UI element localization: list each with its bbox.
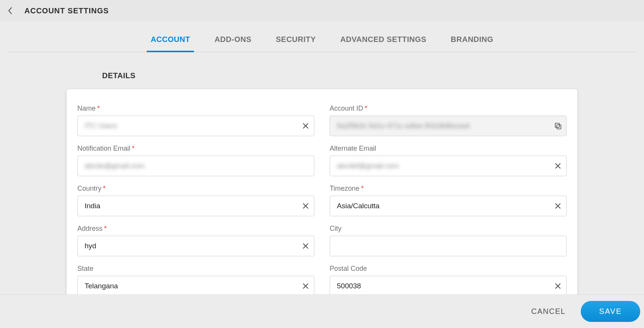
tab-add-ons[interactable]: ADD-ONS [211,35,255,52]
field-state: State [77,265,314,296]
tab-branding[interactable]: BRANDING [447,35,497,52]
clear-icon[interactable] [549,162,566,169]
input-wrap-address [77,236,314,256]
cancel-button[interactable]: CANCEL [527,302,569,321]
input-wrap-notification-email: abcde@gmail.com [77,156,314,176]
input-wrap-country [77,196,314,216]
section-heading-details: DETAILS [102,71,644,80]
tab-advanced-settings[interactable]: ADVANCED SETTINGS [336,35,430,52]
label-address-text: Address [77,225,103,232]
copy-icon[interactable] [549,122,566,130]
tab-security[interactable]: SECURITY [272,35,320,52]
name-input[interactable]: ITC Users [78,122,297,130]
label-timezone: Timezone* [330,185,567,193]
label-timezone-text: Timezone [330,185,359,192]
field-timezone: Timezone* [330,185,567,216]
label-state-text: State [77,265,93,272]
label-country: Country* [77,185,314,193]
input-wrap-alternate-email: abcdef@gmail.com [330,156,567,176]
tab-account[interactable]: ACCOUNT [147,35,194,52]
clear-icon[interactable] [549,203,566,209]
details-card: Name* ITC Users Account ID* 5a2f9b3c-5d1… [67,89,577,309]
label-notification-email-text: Notification Email [77,145,130,152]
svg-rect-0 [555,123,559,127]
label-address: Address* [77,225,314,233]
required-star: * [365,105,367,112]
required-star: * [104,225,107,232]
postal-code-input[interactable] [330,276,549,296]
label-name-text: Name [77,105,96,112]
required-star: * [97,105,100,112]
save-button[interactable]: SAVE [581,301,640,322]
label-alternate-email: Alternate Email [330,145,567,153]
tabs-row: ACCOUNT ADD-ONS SECURITY ADVANCED SETTIN… [7,21,637,52]
label-state: State [77,265,314,273]
input-wrap-account-id: 5a2f9b3c-5d1c-471c-a4ba-3f1b3b8bcea4 [330,116,567,136]
input-wrap-state [77,276,314,296]
svg-rect-1 [557,125,561,129]
address-input[interactable] [78,236,297,256]
input-wrap-timezone [330,196,567,216]
label-name: Name* [77,105,314,113]
label-account-id: Account ID* [330,105,567,113]
label-alternate-email-text: Alternate Email [330,145,376,152]
country-input[interactable] [78,196,297,216]
input-wrap-postal-code [330,276,567,296]
clear-icon[interactable] [297,283,314,289]
label-postal-code-text: Postal Code [330,265,367,272]
field-city: City [330,225,567,256]
field-country: Country* [77,185,314,216]
label-notification-email: Notification Email* [77,145,314,153]
label-account-id-text: Account ID [330,105,363,112]
alternate-email-input[interactable]: abcdef@gmail.com [330,162,549,170]
required-star: * [103,185,106,192]
clear-icon[interactable] [297,122,314,129]
state-input[interactable] [78,276,297,296]
clear-icon[interactable] [297,203,314,209]
label-country-text: Country [77,185,101,192]
label-city: City [330,225,567,233]
field-alternate-email: Alternate Email abcdef@gmail.com [330,145,567,176]
city-input[interactable] [330,236,566,256]
required-star: * [132,145,135,152]
required-star: * [361,185,364,192]
input-wrap-city [330,236,567,256]
account-id-value: 5a2f9b3c-5d1c-471c-a4ba-3f1b3b8bcea4 [330,122,549,130]
field-name: Name* ITC Users [77,105,314,136]
notification-email-input[interactable]: abcde@gmail.com [78,162,314,170]
field-address: Address* [77,225,314,256]
page-title: ACCOUNT SETTINGS [24,6,109,15]
back-chevron-icon[interactable] [8,6,13,15]
form-grid: Name* ITC Users Account ID* 5a2f9b3c-5d1… [77,105,567,296]
clear-icon[interactable] [297,243,314,249]
header-bar: ACCOUNT SETTINGS [0,0,644,21]
clear-icon[interactable] [549,283,566,289]
footer-bar: CANCEL SAVE [0,294,644,328]
input-wrap-name: ITC Users [77,116,314,136]
label-city-text: City [330,225,341,232]
field-account-id: Account ID* 5a2f9b3c-5d1c-471c-a4ba-3f1b… [330,105,567,136]
field-postal-code: Postal Code [330,265,567,296]
field-notification-email: Notification Email* abcde@gmail.com [77,145,314,176]
label-postal-code: Postal Code [330,265,567,273]
timezone-input[interactable] [330,196,549,216]
